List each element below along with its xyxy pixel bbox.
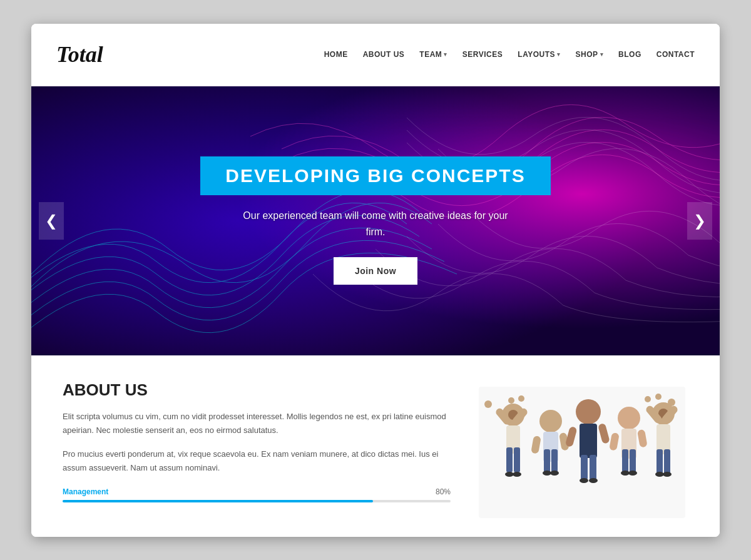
- svg-point-38: [550, 471, 559, 476]
- hero-content: DEVELOPING BIG CONCEPTS Our experienced …: [200, 156, 550, 285]
- svg-rect-30: [590, 455, 596, 480]
- progress-bar-background: [63, 500, 451, 502]
- svg-point-42: [628, 471, 637, 476]
- about-left-content: ABOUT US Elit scripta volumus cu vim, cu…: [63, 380, 451, 502]
- svg-rect-27: [544, 449, 550, 473]
- svg-point-50: [655, 394, 662, 400]
- progress-label: Management: [63, 487, 108, 496]
- progress-bar-fill: [63, 500, 373, 502]
- svg-point-39: [580, 478, 588, 483]
- slider-next-button[interactable]: ❯: [687, 202, 712, 240]
- nav-shop[interactable]: SHOP ▾: [576, 50, 604, 59]
- skills-progress: Management 80%: [63, 487, 451, 502]
- svg-point-8: [539, 410, 562, 432]
- svg-rect-26: [514, 447, 520, 472]
- svg-rect-31: [622, 449, 628, 473]
- svg-point-49: [645, 396, 651, 402]
- progress-label-row: Management 80%: [63, 487, 451, 496]
- progress-value: 80%: [436, 487, 451, 496]
- about-paragraph-2: Pro mucius everti ponderum at, vix reque…: [63, 447, 451, 475]
- team-photo-svg: [479, 387, 685, 518]
- svg-rect-28: [551, 449, 558, 473]
- arrow-right-icon: ❯: [693, 212, 706, 230]
- layouts-dropdown-icon: ▾: [557, 51, 561, 58]
- nav-team[interactable]: TEAM ▾: [419, 50, 447, 59]
- hero-subtitle: Our experienced team will come with crea…: [200, 208, 550, 240]
- svg-point-46: [668, 399, 675, 406]
- hero-title: DEVELOPING BIG CONCEPTS: [225, 165, 525, 186]
- svg-point-16: [618, 407, 640, 429]
- svg-rect-33: [656, 449, 663, 474]
- header: Total HOME ABOUT US TEAM ▾ SERVICES LAYO…: [31, 24, 720, 86]
- hero-section: DEVELOPING BIG CONCEPTS Our experienced …: [31, 86, 720, 355]
- svg-rect-34: [664, 449, 670, 474]
- team-dropdown-icon: ▾: [444, 51, 447, 58]
- nav-home[interactable]: HOME: [324, 50, 348, 59]
- svg-rect-25: [506, 447, 513, 472]
- svg-point-45: [484, 400, 492, 408]
- about-right-image: [476, 380, 688, 518]
- nav-blog[interactable]: BLOG: [618, 50, 641, 59]
- nav-about[interactable]: ABOUT US: [363, 50, 405, 59]
- nav-contact[interactable]: CONTACT: [656, 50, 695, 59]
- arrow-left-icon: ❮: [45, 212, 58, 230]
- svg-point-12: [576, 399, 601, 424]
- svg-point-37: [543, 471, 551, 476]
- shop-dropdown-icon: ▾: [600, 51, 604, 58]
- main-nav: HOME ABOUT US TEAM ▾ SERVICES LAYOUTS ▾ …: [324, 50, 695, 59]
- svg-rect-32: [630, 449, 636, 473]
- svg-point-48: [518, 395, 524, 402]
- svg-rect-13: [580, 424, 597, 458]
- about-title: ABOUT US: [63, 380, 451, 400]
- svg-point-35: [505, 472, 514, 477]
- svg-point-43: [655, 472, 664, 477]
- svg-rect-29: [581, 455, 588, 480]
- about-paragraph-1: Elit scripta volumus cu vim, cum no vidi…: [63, 410, 451, 437]
- logo[interactable]: Total: [56, 41, 324, 68]
- svg-point-47: [508, 397, 514, 404]
- svg-point-44: [663, 472, 672, 477]
- nav-layouts[interactable]: LAYOUTS ▾: [518, 50, 560, 59]
- svg-point-40: [589, 478, 598, 483]
- slider-prev-button[interactable]: ❮: [39, 202, 64, 240]
- join-now-button[interactable]: Join Now: [334, 257, 417, 285]
- about-section: ABOUT US Elit scripta volumus cu vim, cu…: [31, 355, 720, 537]
- browser-frame: Total HOME ABOUT US TEAM ▾ SERVICES LAYO…: [31, 24, 720, 537]
- svg-point-36: [513, 472, 521, 477]
- nav-services[interactable]: SERVICES: [462, 50, 503, 59]
- svg-point-41: [621, 471, 630, 476]
- hero-title-box: DEVELOPING BIG CONCEPTS: [200, 156, 550, 195]
